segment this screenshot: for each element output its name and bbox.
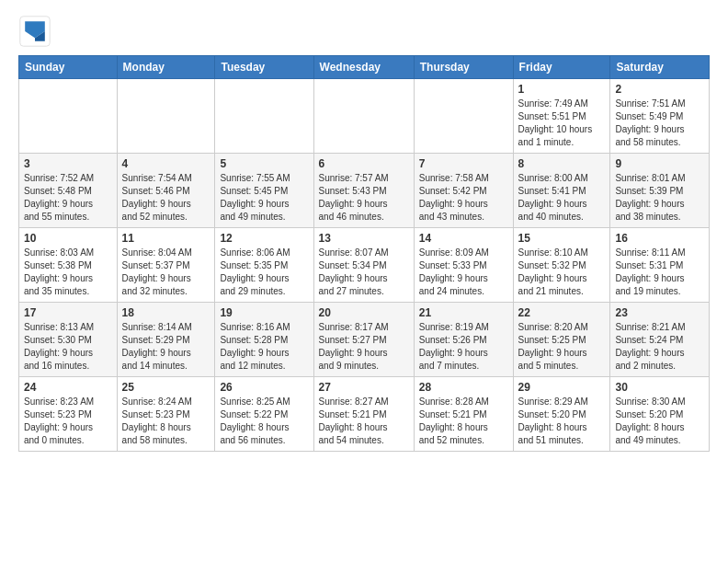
day-number: 1 (518, 83, 606, 96)
day-number: 4 (122, 157, 210, 170)
day-info: Sunrise: 8:00 AM Sunset: 5:41 PM Dayligh… (518, 172, 606, 224)
day-info: Sunrise: 7:51 AM Sunset: 5:49 PM Dayligh… (615, 98, 704, 149)
day-number: 27 (319, 381, 409, 394)
calendar-cell: 27Sunrise: 8:27 AM Sunset: 5:21 PM Dayli… (313, 377, 414, 452)
calendar-cell: 10Sunrise: 8:03 AM Sunset: 5:38 PM Dayli… (19, 228, 118, 303)
day-number: 17 (24, 306, 112, 319)
day-info: Sunrise: 7:58 AM Sunset: 5:42 PM Dayligh… (419, 172, 508, 224)
calendar-cell: 25Sunrise: 8:24 AM Sunset: 5:23 PM Dayli… (117, 377, 215, 452)
day-number: 6 (319, 157, 409, 170)
day-info: Sunrise: 8:24 AM Sunset: 5:23 PM Dayligh… (122, 396, 210, 447)
calendar-cell: 22Sunrise: 8:20 AM Sunset: 5:25 PM Dayli… (513, 303, 610, 377)
calendar-header-row: SundayMondayTuesdayWednesdayThursdayFrid… (19, 56, 710, 79)
calendar-cell: 1Sunrise: 7:49 AM Sunset: 5:51 PM Daylig… (513, 79, 610, 154)
calendar-cell (117, 79, 215, 154)
calendar-week-row: 17Sunrise: 8:13 AM Sunset: 5:30 PM Dayli… (19, 303, 710, 377)
calendar-cell: 21Sunrise: 8:19 AM Sunset: 5:26 PM Dayli… (414, 303, 513, 377)
page: SundayMondayTuesdayWednesdayThursdayFrid… (0, 0, 728, 466)
calendar-cell: 2Sunrise: 7:51 AM Sunset: 5:49 PM Daylig… (610, 79, 710, 154)
logo-icon (18, 15, 51, 48)
calendar-cell: 30Sunrise: 8:30 AM Sunset: 5:20 PM Dayli… (610, 377, 710, 452)
calendar-cell: 17Sunrise: 8:13 AM Sunset: 5:30 PM Dayli… (19, 303, 118, 377)
day-number: 18 (122, 306, 210, 319)
weekday-header: Tuesday (215, 56, 313, 79)
day-info: Sunrise: 8:01 AM Sunset: 5:39 PM Dayligh… (615, 172, 704, 224)
calendar-cell: 18Sunrise: 8:14 AM Sunset: 5:29 PM Dayli… (117, 303, 215, 377)
calendar-cell: 15Sunrise: 8:10 AM Sunset: 5:32 PM Dayli… (513, 228, 610, 303)
calendar-cell: 3Sunrise: 7:52 AM Sunset: 5:48 PM Daylig… (19, 154, 118, 228)
calendar-cell (215, 79, 313, 154)
calendar-cell: 13Sunrise: 8:07 AM Sunset: 5:34 PM Dayli… (313, 228, 414, 303)
day-info: Sunrise: 7:55 AM Sunset: 5:45 PM Dayligh… (220, 172, 308, 224)
day-number: 28 (419, 381, 508, 394)
day-info: Sunrise: 8:13 AM Sunset: 5:30 PM Dayligh… (24, 321, 112, 373)
day-info: Sunrise: 8:20 AM Sunset: 5:25 PM Dayligh… (518, 321, 606, 373)
day-number: 10 (24, 232, 112, 245)
calendar-cell: 16Sunrise: 8:11 AM Sunset: 5:31 PM Dayli… (610, 228, 710, 303)
calendar-cell: 14Sunrise: 8:09 AM Sunset: 5:33 PM Dayli… (414, 228, 513, 303)
calendar-cell: 4Sunrise: 7:54 AM Sunset: 5:46 PM Daylig… (117, 154, 215, 228)
day-info: Sunrise: 8:17 AM Sunset: 5:27 PM Dayligh… (319, 321, 409, 373)
calendar-week-row: 10Sunrise: 8:03 AM Sunset: 5:38 PM Dayli… (19, 228, 710, 303)
day-number: 16 (615, 232, 704, 245)
day-number: 11 (122, 232, 210, 245)
calendar-cell: 6Sunrise: 7:57 AM Sunset: 5:43 PM Daylig… (313, 154, 414, 228)
day-number: 24 (24, 381, 112, 394)
calendar-cell (414, 79, 513, 154)
calendar-cell: 11Sunrise: 8:04 AM Sunset: 5:37 PM Dayli… (117, 228, 215, 303)
calendar-cell: 26Sunrise: 8:25 AM Sunset: 5:22 PM Dayli… (215, 377, 313, 452)
day-info: Sunrise: 8:07 AM Sunset: 5:34 PM Dayligh… (319, 247, 409, 298)
calendar-cell: 19Sunrise: 8:16 AM Sunset: 5:28 PM Dayli… (215, 303, 313, 377)
day-info: Sunrise: 8:14 AM Sunset: 5:29 PM Dayligh… (122, 321, 210, 373)
day-number: 29 (518, 381, 606, 394)
day-number: 13 (319, 232, 409, 245)
day-number: 30 (615, 381, 704, 394)
day-number: 25 (122, 381, 210, 394)
calendar-cell: 12Sunrise: 8:06 AM Sunset: 5:35 PM Dayli… (215, 228, 313, 303)
day-info: Sunrise: 8:03 AM Sunset: 5:38 PM Dayligh… (24, 247, 112, 298)
day-info: Sunrise: 8:06 AM Sunset: 5:35 PM Dayligh… (220, 247, 308, 298)
calendar-cell: 5Sunrise: 7:55 AM Sunset: 5:45 PM Daylig… (215, 154, 313, 228)
day-info: Sunrise: 7:54 AM Sunset: 5:46 PM Dayligh… (122, 172, 210, 224)
weekday-header: Sunday (19, 56, 118, 79)
day-info: Sunrise: 8:10 AM Sunset: 5:32 PM Dayligh… (518, 247, 606, 298)
weekday-header: Thursday (414, 56, 513, 79)
calendar-cell: 9Sunrise: 8:01 AM Sunset: 5:39 PM Daylig… (610, 154, 710, 228)
calendar: SundayMondayTuesdayWednesdayThursdayFrid… (18, 55, 710, 452)
calendar-week-row: 24Sunrise: 8:23 AM Sunset: 5:23 PM Dayli… (19, 377, 710, 452)
day-number: 20 (319, 306, 409, 319)
calendar-cell: 24Sunrise: 8:23 AM Sunset: 5:23 PM Dayli… (19, 377, 118, 452)
day-info: Sunrise: 7:52 AM Sunset: 5:48 PM Dayligh… (24, 172, 112, 224)
header-area (18, 15, 710, 48)
calendar-cell (313, 79, 414, 154)
day-number: 14 (419, 232, 508, 245)
day-info: Sunrise: 8:11 AM Sunset: 5:31 PM Dayligh… (615, 247, 704, 298)
day-info: Sunrise: 8:28 AM Sunset: 5:21 PM Dayligh… (419, 396, 508, 447)
day-info: Sunrise: 8:23 AM Sunset: 5:23 PM Dayligh… (24, 396, 112, 447)
day-number: 7 (419, 157, 508, 170)
day-number: 26 (220, 381, 308, 394)
weekday-header: Monday (117, 56, 215, 79)
day-info: Sunrise: 7:57 AM Sunset: 5:43 PM Dayligh… (319, 172, 409, 224)
logo (18, 15, 57, 48)
day-number: 3 (24, 157, 112, 170)
day-number: 12 (220, 232, 308, 245)
day-info: Sunrise: 7:49 AM Sunset: 5:51 PM Dayligh… (518, 98, 606, 149)
day-number: 22 (518, 306, 606, 319)
calendar-cell: 7Sunrise: 7:58 AM Sunset: 5:42 PM Daylig… (414, 154, 513, 228)
day-number: 21 (419, 306, 508, 319)
calendar-week-row: 1Sunrise: 7:49 AM Sunset: 5:51 PM Daylig… (19, 79, 710, 154)
weekday-header: Saturday (610, 56, 710, 79)
day-info: Sunrise: 8:09 AM Sunset: 5:33 PM Dayligh… (419, 247, 508, 298)
calendar-cell: 8Sunrise: 8:00 AM Sunset: 5:41 PM Daylig… (513, 154, 610, 228)
weekday-header: Wednesday (313, 56, 414, 79)
day-info: Sunrise: 8:29 AM Sunset: 5:20 PM Dayligh… (518, 396, 606, 447)
day-info: Sunrise: 8:27 AM Sunset: 5:21 PM Dayligh… (319, 396, 409, 447)
calendar-cell (19, 79, 118, 154)
day-number: 23 (615, 306, 704, 319)
calendar-cell: 29Sunrise: 8:29 AM Sunset: 5:20 PM Dayli… (513, 377, 610, 452)
day-number: 2 (615, 83, 704, 96)
calendar-cell: 23Sunrise: 8:21 AM Sunset: 5:24 PM Dayli… (610, 303, 710, 377)
weekday-header: Friday (513, 56, 610, 79)
day-number: 19 (220, 306, 308, 319)
